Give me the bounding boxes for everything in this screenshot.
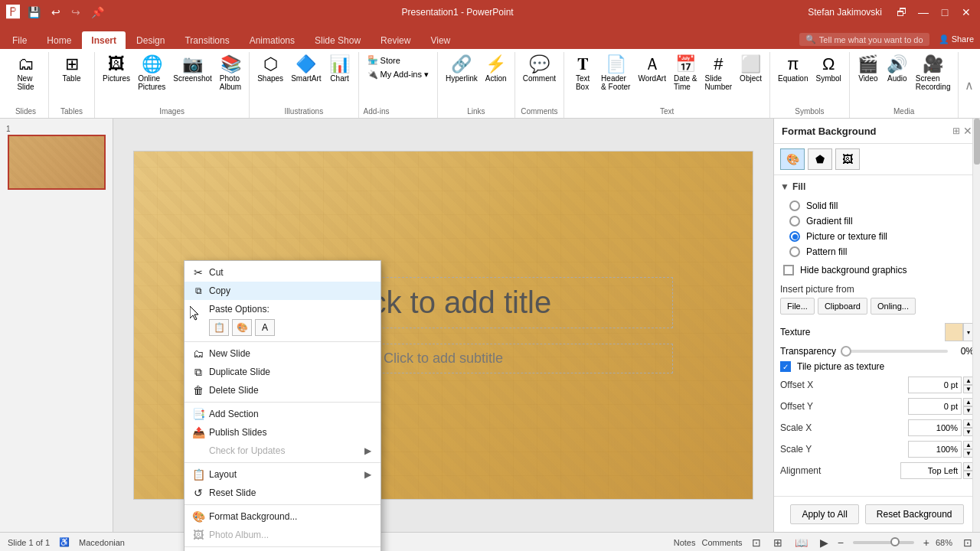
shapes-button[interactable]: ⬡ Shapes — [254, 54, 286, 85]
tab-design[interactable]: Design — [127, 31, 174, 49]
gradient-fill-option[interactable]: Gradient fill — [780, 214, 974, 229]
zoom-thumb[interactable] — [890, 537, 900, 546]
textbox-button[interactable]: 𝐓 TextBox — [569, 54, 596, 93]
ribbon-collapse[interactable]: ∧ — [962, 52, 977, 118]
pictures-button[interactable]: 🖼 Pictures — [100, 54, 133, 85]
hyperlink-button[interactable]: 🔗 Hyperlink — [443, 54, 481, 85]
transparency-slider[interactable] — [841, 350, 948, 353]
context-format-bg[interactable]: 🎨 Format Background... — [185, 507, 381, 526]
context-layout[interactable]: 📋 Layout ▶ — [185, 465, 381, 484]
slide-number-button[interactable]: # SlideNumber — [702, 54, 736, 93]
paste-option-1[interactable]: 📋 — [209, 319, 229, 336]
alignment-input[interactable] — [900, 462, 962, 479]
gradient-fill-radio[interactable] — [789, 216, 800, 227]
audio-button[interactable]: 🔊 Audio — [884, 54, 911, 85]
restore-icon[interactable]: 🗗 — [894, 5, 910, 20]
tab-file[interactable]: File — [3, 31, 36, 49]
tab-slideshow[interactable]: Slide Show — [305, 31, 370, 49]
slideshow-button[interactable]: ▶ — [817, 535, 831, 550]
tile-checkbox[interactable]: ✓ — [780, 361, 791, 372]
context-check-updates[interactable]: Check for Updates ▶ — [185, 442, 381, 460]
video-button[interactable]: 🎬 Video — [854, 54, 882, 85]
context-reset-slide[interactable]: ↺ Reset Slide — [185, 484, 381, 502]
fill-section-toggle[interactable]: ▼ — [780, 181, 789, 192]
slide-editor[interactable]: Click to add title Click to add subtitle… — [113, 119, 773, 532]
online-pictures-button[interactable]: 🌐 OnlinePictures — [135, 54, 168, 93]
paste-option-2[interactable]: 🎨 — [232, 319, 252, 336]
slide-sorter-button[interactable]: ⊞ — [770, 535, 786, 550]
symbol-button[interactable]: Ω Symbol — [813, 54, 844, 85]
tab-view[interactable]: View — [421, 31, 459, 49]
scale-x-control[interactable]: ▲ ▼ — [908, 419, 974, 436]
tab-animations[interactable]: Animations — [240, 31, 304, 49]
context-publish-slides[interactable]: 📤 Publish Slides — [185, 423, 381, 442]
apply-to-all-button[interactable]: Apply to All — [790, 504, 858, 524]
context-copy[interactable]: ⧉ Copy — [185, 282, 381, 300]
zoom-out-icon[interactable]: − — [838, 536, 844, 549]
new-slide-button[interactable]: 🗂 NewSlide — [12, 54, 40, 93]
online-button[interactable]: Onling... — [871, 298, 916, 315]
context-duplicate-slide[interactable]: ⧉ Duplicate Slide — [185, 363, 381, 381]
save-icon[interactable]: 💾 — [24, 5, 44, 20]
undo-icon[interactable]: ↩ — [48, 5, 64, 20]
reading-view-button[interactable]: 📖 — [792, 535, 811, 550]
zoom-in-icon[interactable]: + — [923, 536, 929, 549]
datetime-button[interactable]: 📅 Date &Time — [671, 54, 701, 93]
offset-x-control[interactable]: ▲ ▼ — [908, 377, 974, 393]
format-bg-scroll-thumb[interactable] — [974, 119, 980, 165]
close-icon[interactable]: ✕ — [959, 5, 974, 20]
hide-bg-checkbox[interactable] — [783, 265, 794, 276]
tile-row[interactable]: ✓ Tile picture as texture — [780, 359, 974, 374]
format-tab-picture[interactable]: 🖼 — [835, 148, 860, 170]
tab-insert[interactable]: Insert — [82, 31, 126, 49]
wordart-button[interactable]: Ａ WordArt — [635, 54, 669, 85]
context-photo-album[interactable]: 🖼 Photo Album... — [185, 526, 381, 544]
table-button[interactable]: ⊞ Table — [58, 54, 86, 85]
object-button[interactable]: ⬜ Object — [737, 54, 765, 85]
smartart-button[interactable]: 🔷 SmartArt — [288, 54, 324, 85]
hide-bg-option[interactable]: Hide background graphics — [780, 262, 974, 278]
screen-recording-button[interactable]: 🎥 ScreenRecording — [913, 54, 954, 93]
comment-button[interactable]: 💬 Comment — [520, 54, 559, 85]
context-delete-slide[interactable]: 🗑 Delete Slide — [185, 381, 381, 399]
comments-button[interactable]: Comments — [701, 538, 742, 547]
texture-preview[interactable] — [945, 323, 963, 341]
slide-thumbnail[interactable] — [8, 135, 106, 190]
context-cut[interactable]: ✂ Cut — [185, 263, 381, 282]
format-tab-effects[interactable]: ⬟ — [808, 148, 832, 170]
tab-home[interactable]: Home — [38, 31, 80, 49]
context-add-section[interactable]: 📑 Add Section — [185, 405, 381, 423]
redo-icon[interactable]: ↪ — [68, 5, 83, 20]
store-button[interactable]: 🏪 Store — [364, 54, 404, 67]
texture-control[interactable]: ▾ — [945, 323, 974, 341]
my-addins-button[interactable]: 🔌 My Add-ins ▾ — [364, 68, 433, 81]
format-tab-fill[interactable]: 🎨 — [780, 148, 805, 170]
pin-icon[interactable]: 📌 — [88, 5, 107, 20]
offset-x-input[interactable] — [908, 377, 962, 393]
pattern-fill-option[interactable]: Pattern fill — [780, 244, 974, 259]
format-bg-expand-icon[interactable]: ⊞ — [952, 126, 960, 136]
scale-x-input[interactable] — [908, 419, 962, 436]
picture-texture-fill-option[interactable]: Picture or texture fill — [780, 229, 974, 244]
offset-y-control[interactable]: ▲ ▼ — [908, 398, 974, 415]
picture-texture-radio[interactable] — [789, 231, 800, 242]
screenshot-button[interactable]: 📷 Screenshot — [170, 54, 215, 85]
scale-y-control[interactable]: ▲ ▼ — [908, 441, 974, 458]
solid-fill-radio[interactable] — [789, 201, 800, 211]
scale-y-input[interactable] — [908, 441, 962, 458]
action-button[interactable]: ⚡ Action — [482, 54, 510, 85]
share-button[interactable]: 👤 Share — [939, 34, 974, 44]
reset-background-button[interactable]: Reset Background — [865, 504, 964, 524]
solid-fill-option[interactable]: Solid fill — [780, 198, 974, 214]
file-button[interactable]: File... — [780, 298, 815, 315]
equation-button[interactable]: π Equation — [775, 54, 811, 85]
zoom-level[interactable]: 68% — [936, 538, 957, 547]
accessibility-icon[interactable]: ♿ — [59, 537, 70, 547]
context-new-slide[interactable]: 🗂 New Slide — [185, 344, 381, 363]
paste-option-3[interactable]: A — [255, 319, 275, 336]
format-bg-scrollbar[interactable] — [972, 119, 980, 532]
maximize-icon[interactable]: □ — [937, 5, 952, 20]
tab-review[interactable]: Review — [371, 31, 420, 49]
transparency-thumb[interactable] — [841, 346, 851, 357]
photo-album-button[interactable]: 📚 PhotoAlbum — [217, 54, 244, 93]
